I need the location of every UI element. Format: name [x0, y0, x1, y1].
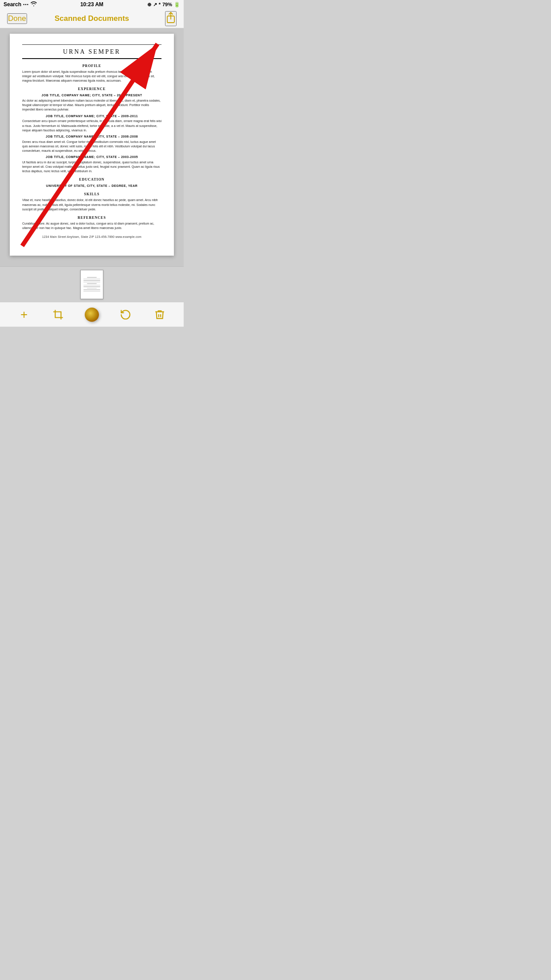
filter-icon: [85, 308, 99, 322]
document-area: URNA SEMPER PROFILE Lorem ipsum dolor si…: [0, 28, 184, 266]
battery-percent: 79%: [162, 2, 172, 7]
job-body-2: Consectetuer arcu ipsum ornare pretentes…: [22, 119, 161, 132]
job-title-1: JOB TITLE, COMPANY NAME; CITY, STATE – 2…: [22, 93, 161, 98]
t-line-4: [83, 282, 100, 283]
bottom-toolbar: +: [0, 302, 184, 327]
job-title-4: JOB TITLE, COMPANY NAME; CITY, STATE – 2…: [22, 155, 161, 159]
thumbnail-lines: [83, 277, 100, 292]
trash-button[interactable]: [150, 305, 169, 324]
t-line-10: [83, 291, 100, 292]
direction-icon: ↗: [153, 2, 157, 8]
t-line-2: [83, 279, 100, 280]
page-title: Scanned Documents: [55, 14, 129, 23]
profile-title: PROFILE: [22, 63, 161, 68]
t-line-9: [83, 289, 100, 290]
add-icon: +: [20, 308, 28, 321]
add-button[interactable]: +: [14, 305, 34, 324]
profile-body: Lorem ipsum dolor sit amet, ligula suspe…: [22, 70, 161, 83]
status-time: 10:23 AM: [80, 1, 103, 8]
nav-bar: Done Scanned Documents: [0, 9, 184, 28]
document-page: URNA SEMPER PROFILE Lorem ipsum dolor si…: [10, 34, 174, 256]
doc-person-name: URNA SEMPER: [22, 47, 161, 56]
job-body-4: Ut facilisis arcu in dui ac suscipit, tu…: [22, 160, 161, 174]
references-body: Curabitur labore. Ac augue donec, sed a …: [22, 221, 161, 230]
battery-icon: 🔋: [174, 2, 180, 8]
filter-button[interactable]: [82, 305, 102, 324]
location-icon: ⊕: [147, 2, 151, 8]
crop-icon: [52, 309, 64, 320]
share-button[interactable]: [165, 11, 177, 26]
job-title-3: JOB TITLE, COMPANY NAME; CITY, STATE – 2…: [22, 134, 161, 139]
status-left: Search ▪▪▪: [4, 1, 37, 8]
t-line-7: [83, 286, 100, 287]
signal-bars: ▪▪▪: [23, 2, 29, 7]
thumbnail-strip: [0, 266, 184, 302]
t-line-1: [87, 277, 97, 278]
revert-button[interactable]: [116, 305, 135, 324]
status-bar: Search ▪▪▪ 10:23 AM ⊕ ↗ * 79% 🔋: [0, 0, 184, 9]
t-line-6: [83, 285, 100, 286]
job-body-1: Ac dolor ac adipiscing amet bibendum nul…: [22, 99, 161, 112]
job-body-3: Donec arcu risus diam amet sit. Congue t…: [22, 140, 161, 153]
t-line-3: [83, 280, 100, 281]
t-line-5: [87, 283, 97, 284]
education-line: UNIVERSITY OF STATE, CITY, STATE – DEGRE…: [22, 184, 161, 188]
experience-title: EXPERIENCE: [22, 87, 161, 91]
trash-icon: [154, 309, 165, 320]
references-title: REFERENCES: [22, 215, 161, 220]
wifi-icon: [31, 1, 37, 8]
page-thumbnail[interactable]: [80, 270, 103, 299]
job-title-2: JOB TITLE, COMPANY NAME; CITY, STATE – 2…: [22, 114, 161, 119]
education-title: EDUCATION: [22, 177, 161, 182]
done-button[interactable]: Done: [7, 13, 27, 24]
carrier-label: Search: [4, 1, 21, 8]
doc-name-section: URNA SEMPER: [22, 44, 161, 59]
t-line-8: [87, 288, 97, 289]
revert-icon: [120, 309, 131, 320]
skills-body: Vitae et, nunc hasellus hasellus, donec …: [22, 198, 161, 211]
status-right: ⊕ ↗ * 79% 🔋: [147, 2, 180, 8]
bluetooth-icon: *: [159, 2, 161, 7]
skills-title: SKILLS: [22, 192, 161, 197]
crop-button[interactable]: [48, 305, 68, 324]
doc-footer: 1234 Main Street Anytown, State ZIP 123-…: [22, 235, 161, 239]
